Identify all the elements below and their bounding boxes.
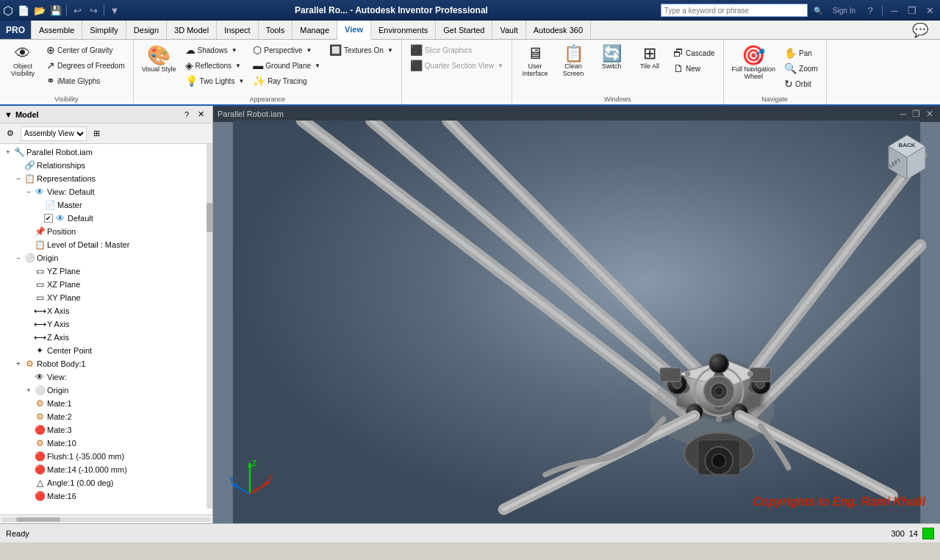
clean-screen-button[interactable]: 📋 CleanScreen (555, 43, 592, 81)
perspective-button[interactable]: ⬡ Perspective ▼ (249, 43, 324, 57)
tree-toggle-origin[interactable]: − (13, 253, 24, 263)
tree-item-x-axis[interactable]: ⟷ X Axis (1, 304, 211, 317)
full-nav-wheel-button[interactable]: 🎯 Full NavigationWheel (728, 43, 780, 84)
tree-item-origin[interactable]: − ⚪ Origin (1, 251, 211, 265)
viewport-minimize-button[interactable]: ─ (897, 108, 908, 120)
viewport-restore-button[interactable]: ❐ (910, 108, 922, 120)
switch-button[interactable]: 🔄 Switch (593, 43, 630, 73)
tree-item-robot-body[interactable]: + ⚙ Robot Body:1 (1, 357, 211, 370)
ground-plane-button[interactable]: ▬ Ground Plane ▼ (249, 58, 324, 73)
tree-item-representations[interactable]: − 📋 Representations (1, 172, 211, 185)
tree-item-view-sub[interactable]: 👁 View: (1, 370, 211, 384)
ray-tracing-button[interactable]: ✨ Ray Tracing (249, 73, 324, 88)
tree-item-relationships[interactable]: 🔗 Relationships (1, 159, 211, 172)
object-visibility-button[interactable]: 👁 ObjectVisibility (4, 43, 41, 81)
minimize-button[interactable]: ─ (887, 3, 902, 18)
tree-item-xz-plane[interactable]: ▭ XZ Plane (1, 278, 211, 291)
slice-graphics-button[interactable]: ⬛ Slice Graphics (406, 43, 507, 57)
tree-hscrollbar[interactable] (0, 514, 212, 523)
visual-style-button[interactable]: 🎨 Visual Style (138, 43, 180, 76)
tab-3dmodel[interactable]: 3D Model (167, 21, 217, 39)
tab-autodesk360[interactable]: Autodesk 360 (526, 21, 591, 39)
tree-item-view-default[interactable]: − 👁 View: Default (1, 185, 211, 198)
tree-item-yz-plane[interactable]: ▭ YZ Plane (1, 265, 211, 278)
restore-button[interactable]: ❐ (905, 3, 919, 18)
tab-view[interactable]: View (337, 21, 371, 40)
tree-toggle-origin-sub[interactable]: + (24, 385, 34, 395)
quick-access-options[interactable]: ▼ (107, 3, 122, 18)
tree-item-mate3[interactable]: 🔴 Mate:3 (1, 423, 211, 437)
shadows-button[interactable]: ☁ Shadows ▼ (182, 43, 248, 57)
tile-all-button[interactable]: ⊞ Tile All (631, 43, 668, 73)
quarter-section-button[interactable]: ⬛ Quarter Section View ▼ (406, 58, 507, 73)
tree-toggle-robot[interactable]: + (13, 359, 24, 369)
tree-scrollbar[interactable] (207, 144, 212, 509)
tab-assemble[interactable]: Assemble (32, 21, 82, 39)
tab-inspect[interactable]: Inspect (217, 21, 258, 39)
tree-item-origin-sub[interactable]: + ⚪ Origin (1, 384, 211, 397)
tree-item-z-axis[interactable]: ⟷ Z Axis (1, 331, 211, 344)
quick-access-save[interactable]: 💾 (49, 3, 63, 18)
quick-access-new[interactable]: 📄 (16, 3, 31, 18)
help-button[interactable]: ? (863, 3, 878, 18)
tree-item-angle1[interactable]: △ Angle:1 (0.00 deg) (1, 476, 211, 489)
tree-toggle-view-default[interactable]: − (24, 187, 34, 197)
tree-toggle-root[interactable]: + (3, 147, 13, 157)
model-panel-help-button[interactable]: ? (181, 107, 193, 121)
tree-item-y-axis[interactable]: ⟷ Y Axis (1, 317, 211, 331)
new-window-button[interactable]: 🗋 New (670, 61, 718, 76)
textures-icon: 🔲 (329, 44, 342, 56)
tab-simplify[interactable]: Simplify (82, 21, 126, 39)
tab-manage[interactable]: Manage (293, 21, 337, 39)
tab-tools[interactable]: Tools (259, 21, 293, 39)
model-panel-close-button[interactable]: ✕ (194, 107, 208, 121)
tree-item-position[interactable]: 📌 Position (1, 225, 211, 238)
pan-button[interactable]: ✋ Pan (781, 46, 822, 60)
tree-item-master[interactable]: 📄 Master (1, 198, 211, 212)
zoom-button[interactable]: 🔍 Zoom (781, 61, 822, 76)
feedback-button[interactable]: 💬 (905, 19, 936, 41)
center-of-gravity-button[interactable]: ⊕ Center of Gravity (43, 43, 129, 57)
tree-item-mate16[interactable]: 🔴 Mate:16 (1, 489, 211, 503)
quick-access-redo[interactable]: ↪ (86, 3, 101, 18)
tree-item-flush1[interactable]: 🔴 Flush:1 (-35.000 mm) (1, 450, 211, 463)
tree-item-mate1[interactable]: ⚙ Mate:1 (1, 397, 211, 410)
tab-getstarted[interactable]: Get Started (436, 21, 492, 39)
tree-item-mate14[interactable]: 🔴 Mate:14 (-10.000 mm) (1, 463, 211, 476)
tree-item-default[interactable]: ✔ 👁 Default (1, 212, 211, 225)
tree-item-lod[interactable]: 📋 Level of Detail : Master (1, 238, 211, 251)
tab-vault[interactable]: Vault (492, 21, 525, 39)
filter-button[interactable]: ⚙ (3, 126, 18, 140)
viewcube-svg[interactable]: BACK LEFT (881, 128, 933, 179)
reflections-button[interactable]: ◈ Reflections ▼ (182, 58, 248, 73)
tree-item-mate2[interactable]: ⚙ Mate:2 (1, 410, 211, 423)
cascade-button[interactable]: 🗗 Cascade (670, 46, 718, 60)
quick-access-undo[interactable]: ↩ (70, 3, 85, 18)
quick-access-open[interactable]: 📂 (32, 3, 47, 18)
tree-item-xy-plane[interactable]: ▭ XY Plane (1, 291, 211, 304)
user-interface-button[interactable]: 🖥 UserInterface (517, 43, 553, 81)
orbit-button[interactable]: ↻ Orbit (781, 76, 822, 91)
textures-on-button[interactable]: 🔲 Textures On ▼ (326, 43, 397, 57)
close-button[interactable]: ✕ (922, 3, 937, 18)
tree-item-center-point[interactable]: ✦ Center Point (1, 344, 211, 357)
viewport[interactable]: Parallel Robot.iam ─ ❐ ✕ (213, 106, 940, 523)
expand-all-button[interactable]: ⊞ (90, 126, 104, 140)
degrees-of-freedom-button[interactable]: ↗ Degrees of Freedom (43, 58, 129, 73)
two-lights-button[interactable]: 💡 Two Lights ▼ (182, 73, 248, 88)
assembly-view-select[interactable]: Assembly View (21, 126, 87, 141)
sign-in-button[interactable]: Sign In (828, 3, 860, 18)
imate-glyphs-button[interactable]: ⚭ iMate Glyphs (43, 73, 129, 88)
tree-label-yz: YZ Plane (47, 267, 80, 276)
tab-pro[interactable]: PRO (0, 21, 32, 39)
tab-environments[interactable]: Environments (371, 21, 436, 39)
tree-toggle-repr[interactable]: − (13, 173, 24, 184)
viewport-close-button[interactable]: ✕ (924, 108, 936, 120)
keyword-search-input[interactable] (661, 4, 808, 17)
tab-design[interactable]: Design (126, 21, 167, 39)
search-button[interactable]: 🔍 (811, 3, 825, 18)
tree-item-mate10[interactable]: ⚙ Mate:10 (1, 437, 211, 450)
tree-toggle-rel[interactable] (13, 160, 24, 170)
viewcube[interactable]: BACK LEFT (881, 128, 933, 179)
tree-item-root[interactable]: + 🔧 Parallel Robot.iam (1, 146, 211, 159)
